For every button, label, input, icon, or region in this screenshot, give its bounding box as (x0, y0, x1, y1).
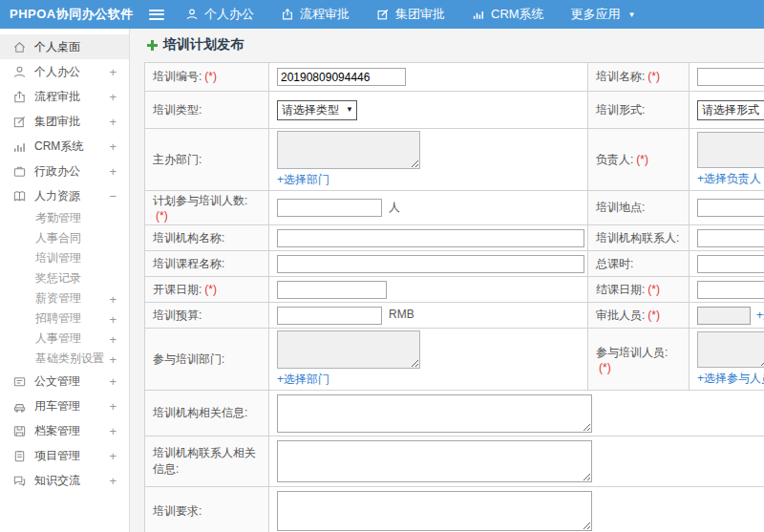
select-leader-link[interactable]: +选择负责人 (697, 171, 761, 187)
sidebar-item-group-approval[interactable]: 集团审批 + (0, 109, 129, 134)
book-icon (12, 189, 27, 203)
location-label: 培训地点: (596, 201, 645, 214)
required-marker: (*) (647, 70, 660, 83)
document-icon (12, 374, 27, 389)
nav-personal-office[interactable]: 个人办公 (185, 6, 254, 23)
join-department-textarea[interactable] (277, 330, 420, 369)
sidebar-item-human-resources[interactable]: 人力资源 − (0, 183, 129, 208)
select-join-department-link[interactable]: +选择部门 (277, 372, 329, 388)
host-department-label: 主办部门: (153, 153, 202, 166)
car-icon (12, 399, 27, 414)
org-contact-label: 培训机构联系人: (596, 231, 679, 245)
sidebar-item-admin-office[interactable]: 行政办公 + (0, 159, 129, 183)
sidebar: 个人桌面 个人办公 + 流程审批 + 集团审批 + (0, 29, 130, 532)
sidebar-item-projects[interactable]: 项目管理 + (0, 443, 129, 468)
total-hours-input[interactable] (697, 255, 764, 273)
org-name-label: 培训机构名称: (153, 231, 224, 245)
course-name-input[interactable] (277, 255, 584, 273)
training-format-select[interactable]: 请选择形式 (697, 100, 764, 120)
required-marker: (*) (636, 153, 648, 166)
select-join-staff-link[interactable]: +选择参与人员 (697, 371, 764, 387)
sidebar-subitem-training[interactable]: 培训管理 (0, 248, 129, 268)
nav-crm-system[interactable]: CRM系统 (472, 6, 544, 23)
end-date-label: 结课日期: (596, 283, 645, 296)
expand-icon[interactable]: + (109, 374, 117, 389)
training-format-label: 培训形式: (596, 103, 645, 117)
caret-down-icon: ▼ (628, 11, 636, 19)
nav-more-apps[interactable]: 更多应用 ▼ (571, 6, 636, 23)
approver-input[interactable] (697, 307, 751, 325)
training-type-label: 培训类型: (153, 103, 202, 117)
org-contact-input[interactable] (697, 229, 764, 247)
nav-process-approval[interactable]: 流程审批 (281, 6, 350, 23)
sidebar-subitem-recruitment[interactable]: 招聘管理 + (0, 309, 129, 329)
sidebar-item-crm-system[interactable]: CRM系统 + (0, 134, 129, 159)
start-date-label: 开课日期: (153, 283, 202, 296)
sidebar-item-knowledge[interactable]: 知识交流 + (0, 468, 129, 493)
expand-icon[interactable]: + (109, 311, 117, 326)
expand-icon[interactable]: + (109, 139, 117, 154)
required-marker: (*) (204, 283, 217, 296)
sidebar-item-personal-desktop[interactable]: 个人桌面 (0, 34, 129, 59)
org-contact-info-label: 培训机构联系人相关信息: (153, 446, 256, 476)
form-row: 培训编号:(*) 培训名称:(*) (145, 63, 764, 92)
end-date-input[interactable] (697, 281, 764, 299)
leader-textarea[interactable] (697, 132, 764, 168)
planned-count-unit: 人 (389, 201, 400, 214)
sidebar-item-personal-office[interactable]: 个人办公 + (0, 59, 129, 84)
form-row: 培训类型: 请选择类型 培训形式: 请选择形式 (145, 92, 764, 129)
expand-icon[interactable]: + (109, 351, 117, 366)
expand-icon[interactable]: + (109, 65, 117, 79)
select-approver-link[interactable]: +选择审批人员 (756, 308, 764, 324)
required-marker: (*) (647, 283, 660, 296)
sidebar-item-official-docs[interactable]: 公文管理 + (0, 369, 129, 394)
user-icon (12, 65, 27, 79)
training-type-select[interactable]: 请选择类型 (277, 100, 357, 120)
sidebar-item-process-approval[interactable]: 流程审批 + (0, 84, 129, 109)
sidebar-item-archives[interactable]: 档案管理 + (0, 418, 129, 443)
join-staff-textarea[interactable] (697, 331, 764, 368)
requirements-textarea[interactable] (277, 491, 592, 531)
form-row: 计划参与培训人数:(*) 人 培训地点: (145, 191, 764, 225)
expand-icon[interactable]: + (109, 164, 117, 179)
expand-icon[interactable]: + (109, 90, 117, 104)
org-contact-info-textarea[interactable] (277, 440, 592, 482)
expand-icon[interactable]: + (109, 331, 117, 346)
training-name-input[interactable] (697, 68, 764, 86)
page-title: 培训计划发布 (163, 36, 244, 53)
expand-icon[interactable]: + (109, 449, 117, 463)
budget-input[interactable] (277, 307, 382, 325)
sidebar-subitem-salary[interactable]: 薪资管理 + (0, 288, 129, 309)
org-info-label: 培训机构相关信息: (153, 406, 247, 419)
join-staff-label: 参与培训人员: (596, 346, 668, 359)
sidebar-subitem-attendance[interactable]: 考勤管理 (0, 208, 129, 228)
expand-icon[interactable]: + (109, 424, 117, 438)
menu-toggle-icon[interactable] (149, 10, 164, 20)
expand-icon[interactable]: + (109, 115, 117, 129)
expand-icon[interactable]: + (109, 399, 117, 414)
collapse-icon[interactable]: − (109, 189, 117, 203)
sidebar-subitem-rewards[interactable]: 奖惩记录 (0, 268, 129, 288)
planned-count-input[interactable] (277, 199, 382, 217)
sidebar-subitem-personnel[interactable]: 人事管理 + (0, 329, 129, 349)
chat-icon (12, 474, 27, 488)
form-row: 参与培训部门: +选择部门 参与培训人员:(*) +选择参与人员 (145, 329, 764, 391)
org-name-input[interactable] (277, 229, 584, 247)
training-number-input[interactable] (277, 68, 406, 86)
leader-label: 负责人: (596, 153, 633, 166)
location-input[interactable] (697, 199, 764, 217)
sidebar-subitem-base-category[interactable]: 基础类别设置 + (0, 349, 129, 369)
sidebar-subitem-hr-contract[interactable]: 人事合同 (0, 228, 129, 248)
nav-label: 流程审批 (300, 6, 350, 23)
expand-icon[interactable]: + (109, 474, 117, 488)
host-department-textarea[interactable] (277, 131, 420, 169)
nav-label: 更多应用 (571, 6, 621, 23)
nav-group-approval[interactable]: 集团审批 (376, 6, 445, 23)
expand-icon[interactable]: + (109, 291, 117, 306)
start-date-input[interactable] (277, 281, 387, 299)
bar-chart-icon (12, 139, 27, 154)
org-info-textarea[interactable] (277, 394, 592, 433)
training-number-label: 培训编号: (153, 70, 202, 83)
select-department-link[interactable]: +选择部门 (277, 172, 329, 188)
sidebar-item-vehicle[interactable]: 用车管理 + (0, 394, 129, 418)
